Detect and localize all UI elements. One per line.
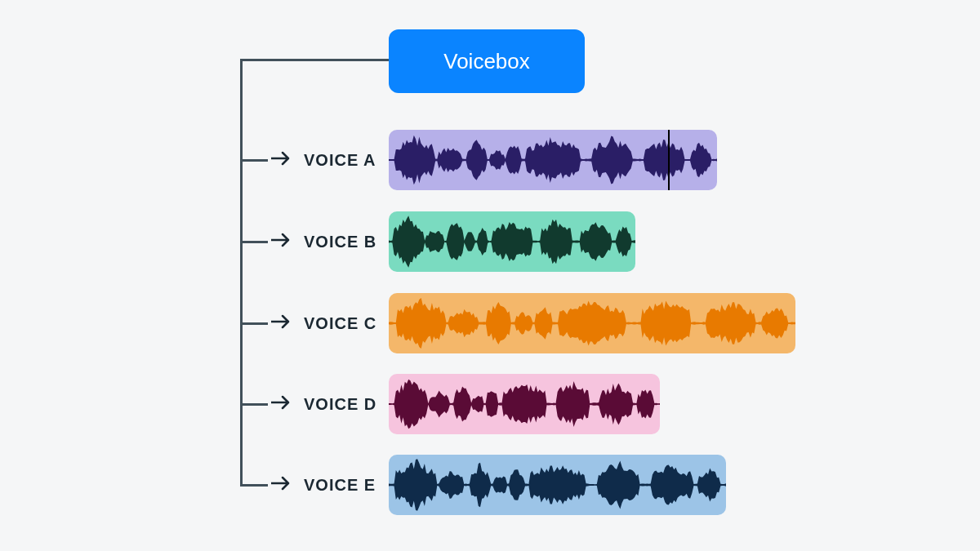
arrow-icon [271,474,292,496]
connector-branch-a [240,159,268,162]
arrow-icon [271,393,292,415]
arrow-icon [271,149,292,171]
voice-a-text: VOICE A [304,151,376,170]
waveform-c [389,293,795,353]
voice-label-b: VOICE B [271,231,376,253]
voice-e-text: VOICE E [304,476,376,495]
waveform-d [389,374,660,434]
connector-branch-c [240,322,268,325]
waveform-svg [389,374,660,434]
connector-branch-d [240,403,268,406]
connector-branch-e [240,484,268,487]
connector-branch-b [240,241,268,243]
waveform-a [389,130,717,190]
playhead-a [668,130,670,190]
voice-label-a: VOICE A [271,149,376,171]
arrow-icon [271,231,292,253]
arrow-icon [271,313,292,335]
voice-b-text: VOICE B [304,233,376,251]
waveform-svg [389,211,635,272]
root-node: Voicebox [389,29,585,93]
waveform-svg [389,293,795,353]
voice-d-text: VOICE D [304,395,376,414]
waveform-svg [389,455,726,515]
waveform-b [389,211,635,272]
voice-c-text: VOICE C [304,314,376,333]
voice-label-e: VOICE E [271,474,376,496]
waveform-e [389,455,726,515]
voice-label-c: VOICE C [271,313,376,335]
connector-root-h [240,59,389,61]
diagram-stage: Voicebox VOICE A VOICE B VOICE C VOICE D [0,0,980,551]
connector-trunk-v [240,59,243,484]
root-label: Voicebox [443,49,530,74]
voice-label-d: VOICE D [271,393,376,415]
